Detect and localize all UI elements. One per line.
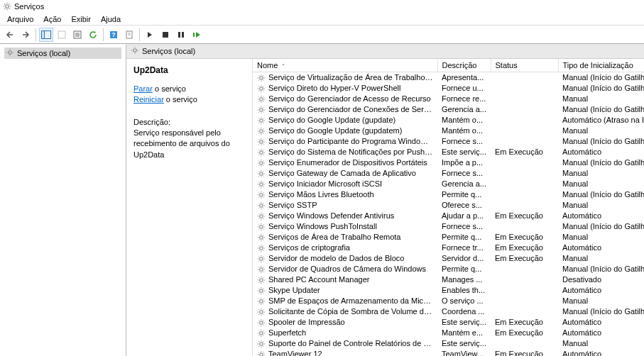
svg-line-131 [263,187,264,187]
table-row[interactable]: SMP de Espaços de Armazenamento da Micro… [253,296,644,306]
stop-link[interactable]: Parar [133,84,153,93]
table-row[interactable]: Suporte do Painel de Controle Relatórios… [253,338,644,349]
cell-status: Em Execução [491,328,558,338]
svg-line-212 [263,282,264,283]
table-row[interactable]: Serviço Windows Defender AntivirusAjudar… [253,211,644,221]
table-row[interactable]: Serviço Iniciador Microsoft iSCSIGerenci… [253,179,644,189]
cell-tipo: Manual [558,338,644,349]
svg-point-53 [260,98,263,101]
svg-line-159 [258,218,259,219]
service-icon [257,222,268,230]
svg-line-115 [263,160,264,161]
show-hide-tree-button[interactable] [39,28,53,42]
cell-status [491,179,558,189]
nav-root-item[interactable]: Serviços (local) [4,48,121,59]
table-row[interactable]: Serviço Enumerador de Dispositivos Portá… [253,157,644,168]
services-list[interactable]: Nome˄ Descrição Status Tipo de Inicializ… [253,59,644,356]
forward-button[interactable] [18,28,33,42]
export-button[interactable] [70,28,84,42]
restart-service-button[interactable] [190,28,204,42]
menu-arquivo[interactable]: Arquivo [3,13,38,24]
col-header-status[interactable]: Status [491,59,558,72]
svg-line-88 [263,128,264,129]
svg-line-140 [263,197,264,198]
table-row[interactable]: Serviço do Participante do Programa Wind… [253,136,644,147]
svg-line-103 [258,150,259,150]
table-row[interactable]: Servidor de modelo de Dados de BlocoServ… [253,253,644,264]
cell-nome: Serviço do Google Update (gupdate) [253,115,437,126]
table-row[interactable]: Serviço do Google Update (gupdate)Mantém… [253,115,644,126]
table-row[interactable]: Serviço de Virtualização de Área de Trab… [253,72,644,84]
svg-line-43 [263,75,264,76]
service-icon [257,190,268,199]
svg-line-105 [258,155,259,155]
cell-descricao: Apresenta... [437,72,491,84]
cell-tipo: Manual [558,253,644,264]
col-header-nome[interactable]: Nome˄ [253,59,437,72]
pause-service-button[interactable] [174,28,188,42]
properties-button[interactable] [55,28,69,42]
back-button[interactable] [3,28,17,42]
table-row[interactable]: Serviço Mãos Livres BluetoothPermite q..… [253,189,644,200]
menu-acao[interactable]: Ação [39,13,65,24]
svg-rect-24 [193,33,195,37]
menu-ajuda[interactable]: Ajuda [97,13,125,24]
table-row[interactable]: Serviço SSTPOferece s...ManualServiço lo… [253,200,644,211]
table-row[interactable]: Serviços de criptografiaFornece tr...Em … [253,243,644,253]
svg-line-274 [258,352,259,352]
svg-line-49 [258,86,259,87]
svg-line-241 [263,309,264,310]
services-table[interactable]: Nome˄ Descrição Status Tipo de Inicializ… [253,59,644,356]
table-row[interactable]: Serviço Gateway de Camada de AplicativoF… [253,168,644,179]
table-row[interactable]: Serviço do Gerenciador de Acesso de Recu… [253,94,644,104]
svg-line-220 [258,288,259,289]
col-header-descricao[interactable]: Descrição [437,59,491,72]
table-row[interactable]: Skype UpdaterEnables th...AutomáticoSist… [253,285,644,296]
svg-point-152 [260,215,263,218]
table-row[interactable]: Serviço do Sistema de Notificações por P… [253,147,644,157]
cell-descricao: Servidor d... [437,253,491,264]
service-icon [257,254,268,262]
svg-line-86 [263,133,264,134]
help-button[interactable]: ? [107,28,121,42]
cell-descricao: Permite q... [437,232,491,243]
table-row[interactable]: TeamViewer 12TeamView...Em ExecuçãoAutom… [253,349,644,356]
svg-line-267 [258,346,259,347]
table-row[interactable]: Shared PC Account ManagerManages ...Desa… [253,274,644,285]
stop-link-suffix: o serviço [153,84,186,93]
table-row[interactable]: Solicitante de Cópia de Sombra de Volume… [253,306,644,317]
table-row[interactable]: SuperfetchMantém e...Em ExecuçãoAutomáti… [253,328,644,338]
table-row[interactable]: Servidor de Quadros de Câmera do Windows… [253,264,644,274]
svg-line-202 [258,267,259,267]
cell-status [491,306,558,317]
table-row[interactable]: Serviços de Área de Trabalho RemotaPermi… [253,232,644,243]
svg-line-239 [263,314,264,315]
service-icon [257,179,268,188]
col-header-tipo[interactable]: Tipo de Inicialização [558,59,644,72]
stop-service-button[interactable] [158,28,173,42]
svg-line-132 [258,187,259,187]
services-icon [6,48,14,58]
refresh-button[interactable] [86,28,100,42]
cell-descricao: Gerencia a... [437,104,491,115]
cell-descricao: Mantém o... [437,115,491,126]
table-row[interactable]: Spooler de ImpressãoEste serviç...Em Exe… [253,317,644,328]
table-row[interactable]: Serviço Windows PushToInstallFornece s..… [253,221,644,232]
properties-sheet-button[interactable] [122,28,136,42]
svg-line-113 [263,165,264,166]
navigation-pane[interactable]: Serviços (local) [0,44,126,356]
table-row[interactable]: Serviço do Gerenciador de Conexões de Se… [253,104,644,115]
svg-line-6 [9,9,10,9]
service-icon [257,318,268,326]
table-row[interactable]: Serviço Direto do Hyper-V PowerShellForn… [253,83,644,94]
svg-rect-23 [182,32,184,38]
svg-line-240 [258,314,259,315]
restart-link[interactable]: Reiniciar [133,95,164,104]
cell-tipo: Automático (Atraso na Inicialização) [558,115,644,126]
svg-line-265 [258,341,259,342]
cell-descricao: Este serviç... [437,338,491,349]
menu-exibir[interactable]: Exibir [67,13,95,24]
table-row[interactable]: Serviço do Google Update (gupdatem)Manté… [253,126,644,136]
svg-line-266 [263,346,264,347]
start-service-button[interactable] [143,28,157,42]
